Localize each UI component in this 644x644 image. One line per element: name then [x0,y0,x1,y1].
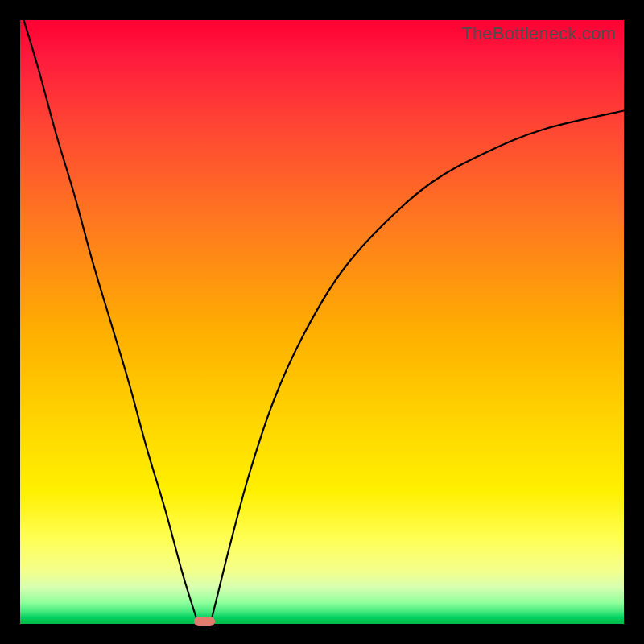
curve-right-branch [210,111,624,625]
chart-frame: TheBottleneck.com [0,0,644,644]
curve-left-branch [20,8,198,624]
optimal-point-marker [194,617,215,626]
bottleneck-curve [20,20,624,624]
plot-area: TheBottleneck.com [20,20,624,624]
